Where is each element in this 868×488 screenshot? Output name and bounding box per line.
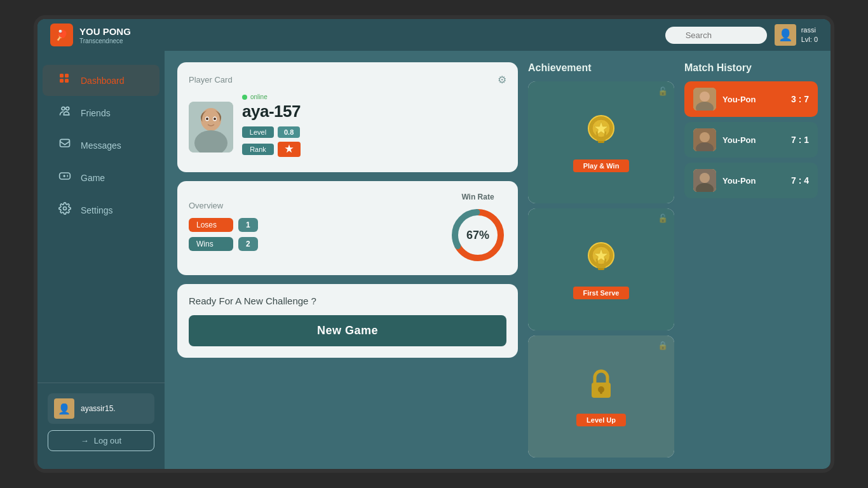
sidebar-item-settings[interactable]: Settings xyxy=(43,194,159,226)
app-name: YOU PONG xyxy=(79,26,131,37)
achievement-lock-icon-3: 🔒 xyxy=(658,341,668,350)
game-label: Game xyxy=(81,173,105,183)
sidebar-item-messages[interactable]: Messages xyxy=(43,130,159,161)
user-badge: 👤 rassi Lvl: 0 xyxy=(775,24,818,46)
logout-icon: → xyxy=(81,436,89,445)
screen: 🏓 YOU PONG Transcendnece 🔍 👤 rassi Lvl: … xyxy=(37,19,831,469)
svg-point-49 xyxy=(700,173,710,183)
online-text: online xyxy=(250,93,268,100)
player-card-header: Player Card ⚙ xyxy=(189,74,506,86)
match-score-3: 7 : 4 xyxy=(791,175,809,186)
achievement-card-level-up: 🔒 Level Up xyxy=(528,336,674,458)
topbar-right: 🔍 👤 rassi Lvl: 0 xyxy=(665,24,818,46)
svg-rect-28 xyxy=(597,139,606,141)
player-photo xyxy=(189,102,233,152)
wins-bar: Wins 2 xyxy=(189,237,437,251)
match-opponent-1: You-Pon xyxy=(722,95,785,104)
svg-point-43 xyxy=(700,92,710,102)
svg-point-17 xyxy=(202,109,220,130)
topbar-user-level: Lvl: 0 xyxy=(801,35,818,44)
svg-rect-41 xyxy=(600,389,602,394)
achievement-lock-icon-2: 🔓 xyxy=(658,214,668,223)
achievement-name-2: First Serve xyxy=(573,287,630,299)
level-row: Level 0.8 xyxy=(242,126,506,138)
match-row-2: You-Pon 7 : 1 xyxy=(684,122,818,158)
topbar-avatar: 👤 xyxy=(775,24,796,46)
game-icon xyxy=(58,170,72,186)
achievement-card-first-serve: 🔓 xyxy=(528,208,674,330)
online-badge: online xyxy=(242,93,506,100)
achievement-lock-visual xyxy=(585,367,617,409)
dashboard-label: Dashboard xyxy=(81,76,125,86)
win-rate-title: Win Rate xyxy=(449,193,506,201)
achievement-name-1: Play & Win xyxy=(573,159,630,172)
match-info-3: You-Pon xyxy=(722,176,785,186)
svg-point-11 xyxy=(67,176,68,177)
dashboard-icon xyxy=(58,72,72,88)
topbar-username: rassi xyxy=(801,25,818,35)
sidebar: Dashboard Friends xyxy=(37,51,165,469)
overview-card: Overview Loses 1 Wins 2 xyxy=(177,181,518,275)
left-column: Player Card ⚙ xyxy=(177,62,518,458)
achievement-lock-icon-1: 🔓 xyxy=(658,86,668,96)
content-grid: Player Card ⚙ xyxy=(165,51,831,469)
player-details: online aya-157 Level 0.8 Rank xyxy=(242,93,506,161)
sidebar-item-friends[interactable]: Friends xyxy=(43,97,159,128)
rank-row: Rank xyxy=(242,142,506,157)
player-name: aya-157 xyxy=(242,102,506,121)
settings-icon xyxy=(58,202,72,218)
new-game-card: Ready For A New Challenge ? New Game xyxy=(177,284,518,358)
settings-label: Settings xyxy=(81,205,113,215)
sidebar-username: ayassir15. xyxy=(81,404,116,413)
new-game-button[interactable]: New Game xyxy=(189,315,506,346)
new-game-prompt: Ready For A New Challenge ? xyxy=(189,295,506,306)
match-info-1: You-Pon xyxy=(722,95,785,104)
svg-point-4 xyxy=(62,107,65,110)
app-title-block: YOU PONG Transcendnece xyxy=(79,26,131,44)
friends-label: Friends xyxy=(81,108,111,118)
svg-rect-35 xyxy=(597,266,606,268)
match-row-3: You-Pon 7 : 4 xyxy=(684,163,818,198)
player-card-title: Player Card xyxy=(189,75,233,85)
laptop-shell: 🏓 YOU PONG Transcendnece 🔍 👤 rassi Lvl: … xyxy=(34,15,834,473)
rank-value xyxy=(278,142,301,157)
match-score-1: 3 : 7 xyxy=(791,94,809,104)
svg-point-12 xyxy=(64,207,67,210)
overview-stats: Overview Loses 1 Wins 2 xyxy=(189,201,437,256)
topbar: 🏓 YOU PONG Transcendnece 🔍 👤 rassi Lvl: … xyxy=(37,19,831,51)
match-opponent-3: You-Pon xyxy=(722,176,785,186)
search-input[interactable] xyxy=(665,27,767,44)
wins-label: Wins xyxy=(189,237,233,251)
overview-title: Overview xyxy=(189,201,437,210)
achievement-card-play-win: 🔓 xyxy=(528,81,674,203)
loses-label: Loses xyxy=(189,218,233,232)
svg-rect-29 xyxy=(598,141,604,143)
sidebar-item-dashboard[interactable]: Dashboard xyxy=(43,65,159,96)
loses-count: 1 xyxy=(238,218,258,232)
overview-content: Overview Loses 1 Wins 2 xyxy=(189,193,506,264)
sidebar-user-card: 👤 ayassir15. xyxy=(48,393,154,424)
match-score-2: 7 : 1 xyxy=(791,135,809,145)
svg-rect-1 xyxy=(65,74,69,78)
sidebar-bottom: 👤 ayassir15. → Log out xyxy=(37,383,165,456)
logout-button[interactable]: → Log out xyxy=(48,430,154,451)
achievement-name-3: Level Up xyxy=(576,414,626,426)
svg-point-5 xyxy=(66,107,69,110)
win-rate-section: Win Rate 67% xyxy=(449,193,506,264)
match-avatar-1 xyxy=(693,88,716,111)
svg-rect-0 xyxy=(60,74,64,78)
search-wrapper[interactable]: 🔍 xyxy=(665,27,767,44)
svg-rect-36 xyxy=(598,268,604,270)
level-label: Level xyxy=(242,126,274,138)
sidebar-item-game[interactable]: Game xyxy=(43,162,159,193)
sidebar-avatar: 👤 xyxy=(54,398,74,419)
app-subtitle: Transcendnece xyxy=(79,37,131,44)
settings-gear-icon[interactable]: ⚙ xyxy=(498,74,506,86)
friends-icon xyxy=(58,105,72,121)
svg-point-46 xyxy=(700,132,710,142)
svg-rect-2 xyxy=(60,79,64,83)
match-history-header: Match History xyxy=(684,62,818,74)
match-opponent-2: You-Pon xyxy=(722,135,785,145)
player-card: Player Card ⚙ xyxy=(177,62,518,172)
level-value: 0.8 xyxy=(278,126,300,138)
